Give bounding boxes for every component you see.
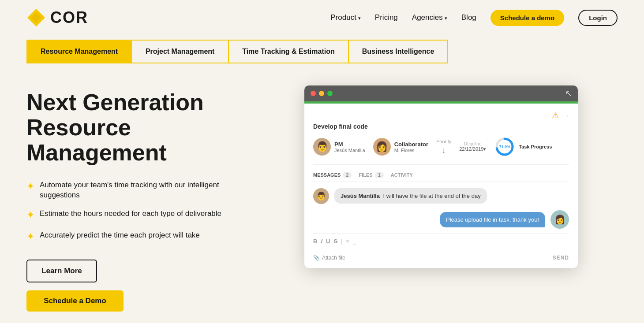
right-panel: ↖ ↑ ⚠ → Develop final code 👨 <box>265 81 618 268</box>
pm-avatar: 👨 <box>313 138 331 156</box>
star-icon-2: ✦ <box>26 208 34 222</box>
message-sent-row: Please upload file in task, thank you! 👩 <box>313 210 569 229</box>
nav-product[interactable]: Product ▾ <box>330 13 361 22</box>
logo-area[interactable]: COR <box>26 8 88 27</box>
list-icon: ≡ <box>346 238 349 245</box>
task-row: 👨 PM Jesús Mantilla 👩 Collaborator M. Fl… <box>313 136 569 165</box>
collaborator-block: 👩 Collaborator M. Flores <box>373 138 428 156</box>
hero-title: Next Generation Resource Management <box>26 90 238 166</box>
deadline-block: Deadline 22/12/2019▾ <box>459 141 486 152</box>
chevron-down-icon: ▾ <box>445 15 447 21</box>
strikethrough-button[interactable]: S <box>333 238 337 245</box>
mockup-window: ↖ ↑ ⚠ → Develop final code 👨 <box>304 85 578 268</box>
nav-schedule-demo-button[interactable]: Schedule a demo <box>490 10 564 26</box>
message-bubble-received: Jesús Mantilla I will have the file at t… <box>334 188 487 204</box>
messages-area: 👨 Jesús Mantilla I will have the file at… <box>313 188 569 229</box>
tab-business-intelligence[interactable]: Business Intelligence <box>349 40 449 63</box>
feature-item-1: ✦ Automate your team's time tracking wit… <box>26 180 238 201</box>
logo-text: COR <box>50 8 88 27</box>
editor-toolbar: B I U S | ≡ ⎯ <box>313 233 569 245</box>
warning-triangle-icon: ⚠ <box>552 111 559 120</box>
titlebar-dot-yellow <box>319 91 324 96</box>
collaborator-info: Collaborator M. Flores <box>394 141 428 153</box>
pm-block: 👨 PM Jesús Mantilla <box>313 138 365 156</box>
task-progress-label: Task Progress <box>519 144 552 149</box>
reply-sender-avatar: 👩 <box>550 210 569 229</box>
nav-blog[interactable]: Blog <box>461 13 476 22</box>
pm-info: PM Jesús Mantilla <box>334 141 365 153</box>
feature-item-2: ✦ Estimate the hours needed for each typ… <box>26 208 238 222</box>
mockup-body: ↑ ⚠ → Develop final code 👨 PM Jesús Mant… <box>304 104 578 268</box>
attach-file-button[interactable]: 📎 Attach file <box>313 255 345 261</box>
titlebar-dot-green <box>327 91 333 96</box>
italic-button[interactable]: I <box>321 238 322 245</box>
star-icon-1: ✦ <box>26 180 34 193</box>
nav-links: Product ▾ Pricing Agencies ▾ Blog Schedu… <box>330 10 618 26</box>
message-bubble-sent: Please upload file in task, thank you! <box>440 212 545 227</box>
tab-time-tracking[interactable]: Time Tracking & Estimation <box>229 40 349 63</box>
cursor-icon: ↖ <box>565 88 573 99</box>
task-title: Develop final code <box>313 123 569 130</box>
progress-circle: 71.9% <box>494 136 515 157</box>
mockup-tab-messages[interactable]: MESSAGES 2 <box>313 172 352 178</box>
send-button[interactable]: SEND <box>553 255 569 261</box>
priority-down-arrow-icon: ↓ <box>442 146 446 155</box>
paperclip-icon: 📎 <box>313 255 320 261</box>
progress-pct-label: 71.9% <box>499 145 511 149</box>
star-icon-3: ✦ <box>26 230 34 244</box>
chevron-down-icon: ▾ <box>358 15 361 21</box>
progress-block: 71.9% Task Progress <box>494 136 552 157</box>
titlebar-dot-red <box>311 91 316 96</box>
mockup-footer: 📎 Attach file SEND <box>313 250 569 261</box>
mockup-titlebar: ↖ <box>304 85 578 101</box>
priority-block: Priority ↓ <box>436 139 451 155</box>
main-content: Next Generation Resource Management ✦ Au… <box>0 63 644 312</box>
feature-list: ✦ Automate your team's time tracking wit… <box>26 180 238 244</box>
schedule-demo-button[interactable]: Schedule a Demo <box>26 290 124 312</box>
learn-more-button[interactable]: Learn More <box>26 260 97 282</box>
feature-tabs: Resource Management Project Management T… <box>0 40 644 63</box>
left-panel: Next Generation Resource Management ✦ Au… <box>26 81 238 312</box>
link-icon: ⎯ <box>353 238 356 245</box>
bold-button[interactable]: B <box>313 238 317 245</box>
feature-item-3: ✦ Accurately predict the time each proje… <box>26 230 238 244</box>
message-sender-avatar: 👨 <box>313 188 329 204</box>
underline-button[interactable]: U <box>326 238 330 245</box>
message-received: 👨 Jesús Mantilla I will have the file at… <box>313 188 569 204</box>
nav-agencies[interactable]: Agencies ▾ <box>412 13 447 22</box>
tab-resource-management[interactable]: Resource Management <box>26 40 132 63</box>
mockup-tabs: MESSAGES 2 FILES 1 ACTIVITY <box>313 172 569 182</box>
mockup-tab-activity[interactable]: ACTIVITY <box>391 172 413 178</box>
nav-pricing[interactable]: Pricing <box>375 13 398 22</box>
navbar: COR Product ▾ Pricing Agencies ▾ Blog Sc… <box>0 0 644 35</box>
logo-diamond-icon <box>26 8 46 27</box>
separator-icon: | <box>341 238 342 245</box>
tab-project-management[interactable]: Project Management <box>132 40 229 63</box>
collaborator-avatar: 👩 <box>373 138 391 156</box>
nav-login-button[interactable]: Login <box>578 10 618 26</box>
mockup-tab-files[interactable]: FILES 1 <box>359 172 383 178</box>
